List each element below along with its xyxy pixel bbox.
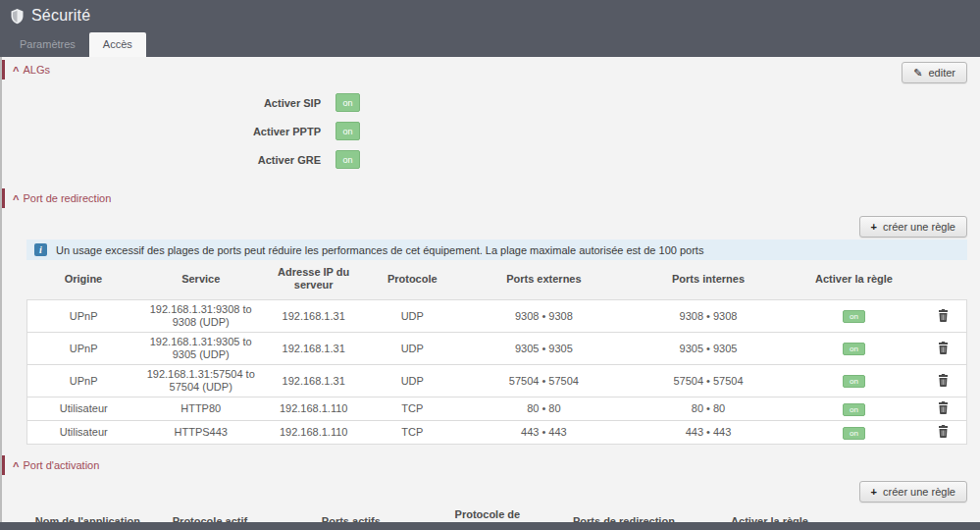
alg-label-sip: Activer SIP xyxy=(2,97,335,109)
page-title: Sécurité xyxy=(31,7,90,25)
cell-origine: Utilisateur xyxy=(27,398,140,421)
create-rule-button-forwarding[interactable]: + créer une règle xyxy=(859,216,967,238)
col-header-origine: Origine xyxy=(27,264,140,300)
rule-toggle[interactable]: on xyxy=(843,310,865,323)
col-header-actions xyxy=(920,264,967,300)
trash-icon xyxy=(938,309,949,322)
cell-server-ip: 192.168.1.110 xyxy=(262,398,365,421)
tab-parametres[interactable]: Paramètres xyxy=(6,32,89,57)
cell-server-ip: 192.168.1.31 xyxy=(262,300,365,333)
cell-ports-internes: 443 • 443 xyxy=(629,421,789,445)
col-header-adresse-ip: Adresse IP du serveur xyxy=(262,264,365,300)
cell-protocole: UDP xyxy=(365,365,459,398)
alg-label-pptp: Activer PPTP xyxy=(2,126,335,137)
table-row: Utilisateur HTTPS443 192.168.1.110 TCP 4… xyxy=(27,421,967,445)
collapse-caret-icon: ^ xyxy=(13,193,19,205)
delete-rule-button[interactable] xyxy=(935,424,952,439)
rule-toggle[interactable]: on xyxy=(843,403,865,416)
trash-icon xyxy=(938,374,949,387)
cell-server-ip: 192.168.1.31 xyxy=(262,333,365,365)
tab-acces[interactable]: Accès xyxy=(89,32,146,57)
cell-ports-internes: 9308 • 9308 xyxy=(629,300,789,333)
trash-icon xyxy=(938,401,949,414)
main-content: ^ ALGs ✎ editer Activer SIP on Activer P… xyxy=(0,57,980,522)
rule-toggle[interactable]: on xyxy=(843,427,865,440)
col-header-service: Service xyxy=(139,264,262,300)
table-row: Utilisateur HTTP80 192.168.1.110 TCP 80 … xyxy=(27,398,967,421)
table-row: UPnP 192.168.1.31:9305 to 9305 (UDP) 192… xyxy=(27,333,967,365)
col-header-ports-redirection: Ports de redirection xyxy=(543,506,703,522)
delete-rule-button[interactable] xyxy=(935,373,952,388)
delete-rule-button[interactable] xyxy=(935,400,952,415)
section-title-port-triggering: Port d'activation xyxy=(23,459,99,471)
table-header-row: Origine Service Adresse IP du serveur Pr… xyxy=(27,264,967,300)
table-header-row: Nom de l'application Protocole actif Por… xyxy=(26,506,967,522)
cell-protocole: TCP xyxy=(365,421,459,445)
section-header-port-forwarding[interactable]: ^ Port de redirection xyxy=(2,188,119,208)
pencil-icon: ✎ xyxy=(913,67,922,80)
col-header-nom-application: Nom de l'application xyxy=(26,506,149,522)
cell-ports-internes: 9305 • 9305 xyxy=(629,333,789,365)
cell-service: HTTP80 xyxy=(139,398,262,421)
cell-protocole: TCP xyxy=(365,398,459,421)
plus-icon: + xyxy=(871,221,877,233)
collapse-caret-icon: ^ xyxy=(13,65,19,77)
toggle-pptp[interactable]: on xyxy=(335,122,360,140)
info-message: Un usage excessif des plages de ports pe… xyxy=(56,244,703,256)
alg-row-pptp: Activer PPTP on xyxy=(2,122,980,140)
cell-service: 192.168.1.31:57504 to 57504 (UDP) xyxy=(139,365,262,398)
col-header-ports-internes: Ports internes xyxy=(629,264,789,300)
toggle-gre[interactable]: on xyxy=(335,150,360,169)
info-banner: i Un usage excessif des plages de ports … xyxy=(26,239,967,260)
shield-icon xyxy=(10,8,25,25)
col-header-protocole-actif: Protocole actif xyxy=(149,506,272,522)
table-row: UPnP 192.168.1.31:9308 to 9308 (UDP) 192… xyxy=(27,300,967,333)
alg-row-gre: Activer GRE on xyxy=(2,150,980,169)
trash-icon xyxy=(938,342,949,354)
create-rule-button-triggering[interactable]: + créer une règle xyxy=(859,481,967,503)
cell-ports-externes: 9305 • 9305 xyxy=(459,333,628,365)
collapse-caret-icon: ^ xyxy=(13,460,19,472)
tab-bar: Paramètres Accès xyxy=(0,31,980,57)
cell-origine: Utilisateur xyxy=(27,421,140,445)
alg-row-sip: Activer SIP on xyxy=(2,93,980,112)
col-header-activer-regle: Activer la règle xyxy=(703,506,835,522)
toggle-sip[interactable]: on xyxy=(335,93,360,112)
edit-button-label: editer xyxy=(928,67,955,79)
cell-origine: UPnP xyxy=(27,333,140,365)
section-title-port-forwarding: Port de redirection xyxy=(23,192,111,204)
section-title-algs: ALGs xyxy=(23,64,50,76)
cell-ports-externes: 80 • 80 xyxy=(459,398,628,421)
edit-button[interactable]: ✎ editer xyxy=(902,62,967,83)
cell-server-ip: 192.168.1.31 xyxy=(262,365,365,398)
cell-service: 192.168.1.31:9308 to 9308 (UDP) xyxy=(139,300,262,333)
col-header-ports-externes: Ports externes xyxy=(459,264,628,300)
cell-origine: UPnP xyxy=(27,300,140,333)
cell-service: 192.168.1.31:9305 to 9305 (UDP) xyxy=(139,333,262,365)
col-header-actions xyxy=(836,506,967,522)
cell-service: HTTPS443 xyxy=(139,421,262,445)
cell-ports-externes: 57504 • 57504 xyxy=(459,365,628,398)
rule-toggle[interactable]: on xyxy=(843,375,865,388)
col-header-protocole: Protocole xyxy=(365,264,459,300)
footer-bar xyxy=(0,522,980,530)
section-header-port-triggering[interactable]: ^ Port d'activation xyxy=(2,455,107,475)
rule-toggle[interactable]: on xyxy=(843,343,865,355)
col-header-activer-regle: Activer la règle xyxy=(788,264,919,300)
table-row: UPnP 192.168.1.31:57504 to 57504 (UDP) 1… xyxy=(27,365,967,398)
alg-label-gre: Activer GRE xyxy=(2,154,335,166)
cell-origine: UPnP xyxy=(27,365,140,398)
port-forwarding-table: Origine Service Adresse IP du serveur Pr… xyxy=(26,264,967,445)
col-header-protocole-redirection: Protocole de redirection xyxy=(431,506,543,522)
port-triggering-table: Nom de l'application Protocole actif Por… xyxy=(26,506,967,522)
cell-protocole: UDP xyxy=(365,333,459,365)
create-rule-label: créer une règle xyxy=(883,221,955,233)
cell-server-ip: 192.168.1.110 xyxy=(262,421,365,445)
create-rule-label: créer une règle xyxy=(883,486,955,498)
cell-ports-externes: 9308 • 9308 xyxy=(459,300,628,333)
col-header-ports-actifs: Ports actifs xyxy=(271,506,431,522)
delete-rule-button[interactable] xyxy=(935,341,952,355)
section-header-algs[interactable]: ^ ALGs xyxy=(2,60,58,80)
cell-protocole: UDP xyxy=(365,300,459,333)
delete-rule-button[interactable] xyxy=(935,308,952,323)
